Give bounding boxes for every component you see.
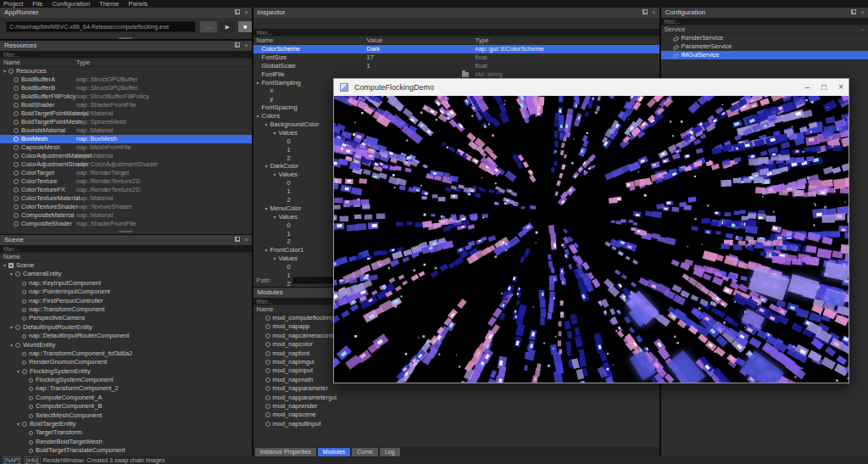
scene-node-label: nap::PointerInputComponent bbox=[29, 288, 110, 295]
tree-row[interactable]: ColorAdjustmentMaterialnap::Material bbox=[0, 152, 252, 160]
tree-row[interactable]: CompositeShadernap::ShaderFromFile bbox=[0, 220, 252, 228]
tree-row[interactable]: nap::TransformComponent_fcf3d6a2 bbox=[0, 349, 252, 358]
apprunner-title-label: AppRunner bbox=[4, 8, 38, 16]
tree-row[interactable]: nap::KeyInputComponent bbox=[0, 279, 252, 288]
inspector-filter-input[interactable]: filter... bbox=[253, 29, 659, 36]
tab-instance-properties[interactable]: Instance Properties bbox=[255, 448, 316, 456]
collapse-icon[interactable]: – bbox=[861, 25, 865, 34]
browse-button[interactable]: ... bbox=[200, 21, 217, 32]
tree-row[interactable]: ColorTargetnap::RenderTarget bbox=[0, 169, 252, 177]
tree-row[interactable]: ColorTextureShadernap::TextureShader bbox=[0, 203, 252, 211]
tree-row[interactable]: ColorTextureFXnap::RenderTexture2D bbox=[0, 186, 252, 194]
tree-row[interactable]: BoidTargetPointMeshnap::SphereMesh bbox=[0, 118, 252, 126]
tree-row[interactable]: FlockingSystemComponent bbox=[0, 376, 252, 384]
float-panel-icon[interactable] bbox=[643, 9, 648, 14]
tree-row[interactable]: TargetTransform bbox=[0, 428, 252, 437]
menu-item-configuration[interactable]: Configuration bbox=[52, 0, 90, 8]
tree-row[interactable]: nap::TransformComponent_2 bbox=[0, 384, 252, 393]
close-button[interactable]: × bbox=[838, 79, 843, 96]
viewport-canvas[interactable] bbox=[334, 96, 849, 383]
tree-row[interactable]: ▾FlockingSystemEntity bbox=[0, 367, 252, 376]
tree-row[interactable]: nap::PointerInputComponent bbox=[0, 288, 252, 296]
float-panel-icon[interactable] bbox=[235, 42, 240, 48]
tab-curve[interactable]: Curve bbox=[352, 448, 378, 456]
tree-row[interactable]: ▾CameraEntity bbox=[0, 270, 252, 278]
splitter-handle[interactable] bbox=[119, 37, 132, 39]
close-panel-icon[interactable]: × bbox=[651, 9, 657, 15]
tree-row[interactable]: RenderBoidTargetMesh bbox=[0, 438, 252, 446]
tree-row[interactable]: ColorTextureMaterialnap::Material bbox=[0, 194, 252, 203]
scene-filter-input[interactable]: filter... bbox=[0, 245, 252, 253]
tree-row[interactable]: BoidTargetPointMaterialnap::Material bbox=[0, 109, 252, 118]
module-row[interactable]: mod_napsdlinput bbox=[253, 420, 659, 428]
close-panel-icon[interactable]: × bbox=[243, 237, 249, 243]
tree-row[interactable]: BoidBufferFillPolicynap::StructBufferFil… bbox=[0, 92, 252, 101]
window-title-bar[interactable]: ComputeFlockingDemo – □ × bbox=[334, 79, 849, 96]
tree-row[interactable]: SelectMeshComponent bbox=[0, 411, 252, 420]
module-row[interactable]: mod_napparameter bbox=[253, 384, 659, 393]
configuration-filter-input[interactable]: filter... bbox=[661, 18, 868, 25]
splitter-handle[interactable] bbox=[119, 231, 132, 232]
menu-item-panels[interactable]: Panels bbox=[128, 0, 147, 8]
float-panel-icon[interactable] bbox=[851, 9, 856, 14]
tab-modules[interactable]: Modules bbox=[318, 448, 350, 456]
tree-row[interactable]: ▾DefaultInputRouterEntity bbox=[0, 323, 252, 332]
tree-row[interactable]: nap::FirstPersonController bbox=[0, 297, 252, 305]
module-row[interactable]: mod_napparametergui bbox=[253, 394, 659, 402]
service-row[interactable]: ParameterService bbox=[661, 42, 868, 51]
tree-row[interactable]: nap::TransformComponent bbox=[0, 305, 252, 314]
tree-row[interactable]: ColorTexturenap::RenderTexture2D bbox=[0, 177, 252, 186]
resource-type: nap::TextureShader bbox=[76, 203, 131, 211]
close-panel-icon[interactable]: × bbox=[243, 42, 249, 48]
tree-row[interactable]: ▾BoidTargetEntity bbox=[0, 420, 252, 428]
tree-row[interactable]: ComputeComponent_B bbox=[0, 402, 252, 411]
tree-row[interactable]: CapsuleMeshnap::MeshFromFile bbox=[0, 143, 252, 152]
tree-row[interactable]: RenderGnomonComponent bbox=[0, 358, 252, 366]
tree-row[interactable]: ▾WorldEntity bbox=[0, 341, 252, 349]
menu-item-file[interactable]: File bbox=[32, 0, 42, 8]
tree-row[interactable]: BoidTargetTranslateComponent bbox=[0, 446, 252, 455]
property-row[interactable]: GlobalScale1float bbox=[253, 62, 659, 70]
close-panel-icon[interactable]: × bbox=[860, 9, 865, 15]
property-row[interactable]: FontSize17float bbox=[253, 53, 659, 62]
tree-row[interactable]: ColorAdjustmentShadernap::ColorAdjustmen… bbox=[0, 160, 252, 169]
close-panel-icon[interactable]: × bbox=[243, 9, 249, 15]
menu-item-project[interactable]: Project bbox=[3, 0, 23, 8]
tree-row[interactable]: nap::DefaultInputRouterComponent bbox=[0, 332, 252, 340]
service-list: RenderServiceParameterServiceIMGuiServic… bbox=[661, 34, 868, 59]
compute-flocking-window[interactable]: ComputeFlockingDemo – □ × bbox=[333, 78, 849, 383]
service-row[interactable]: IMGuiService bbox=[661, 51, 868, 59]
float-panel-icon[interactable] bbox=[235, 237, 240, 242]
gear-icon bbox=[15, 343, 20, 348]
exe-path-input[interactable]: C:/max/nap/bin/MSVC-x86_64-Release/compu… bbox=[6, 21, 196, 32]
gear-icon bbox=[265, 422, 270, 427]
resources-filter-input[interactable]: filter... bbox=[0, 51, 252, 59]
module-row[interactable]: mod_napscene bbox=[253, 411, 659, 419]
property-type: float bbox=[476, 53, 487, 62]
service-row[interactable]: RenderService bbox=[661, 34, 868, 42]
float-panel-icon[interactable] bbox=[235, 9, 240, 14]
maximize-button[interactable]: □ bbox=[821, 79, 826, 96]
tree-row[interactable]: BoidShadernap::ShaderFromFile bbox=[0, 101, 252, 109]
tree-row-resources-root[interactable]: ▾Resources bbox=[0, 67, 252, 75]
tree-row[interactable]: BoundsMaterialnap::Material bbox=[0, 126, 252, 135]
tree-row[interactable]: ▾Scene bbox=[0, 261, 252, 270]
tab-log[interactable]: Log bbox=[380, 448, 400, 456]
tree-row[interactable]: BoidBufferAnap::StructGPUBuffer bbox=[0, 75, 252, 84]
tree-row[interactable]: BoidBufferBnap::StructGPUBuffer bbox=[0, 84, 252, 92]
tree-row[interactable]: PerspectiveCamera bbox=[0, 314, 252, 322]
status-level: [info] bbox=[24, 456, 40, 464]
gear-icon bbox=[14, 196, 19, 201]
gear-icon bbox=[14, 213, 19, 218]
gear-icon bbox=[265, 368, 270, 373]
gear-icon bbox=[14, 221, 19, 226]
menu-item-theme[interactable]: Theme bbox=[99, 0, 119, 8]
stop-button[interactable]: ■ bbox=[238, 21, 252, 32]
tree-row[interactable]: CompositeMaterialnap::Material bbox=[0, 211, 252, 220]
tree-row[interactable]: ComputeComponent_A bbox=[0, 394, 252, 402]
minimize-button[interactable]: – bbox=[805, 79, 810, 96]
play-button[interactable]: ▶ bbox=[220, 21, 235, 32]
property-row[interactable]: ColorSchemeDarknap::gui::EColorScheme bbox=[253, 45, 659, 53]
tree-row[interactable]: BoxMeshnap::BoxMesh bbox=[0, 135, 252, 143]
module-row[interactable]: mod_naprender bbox=[253, 402, 659, 411]
